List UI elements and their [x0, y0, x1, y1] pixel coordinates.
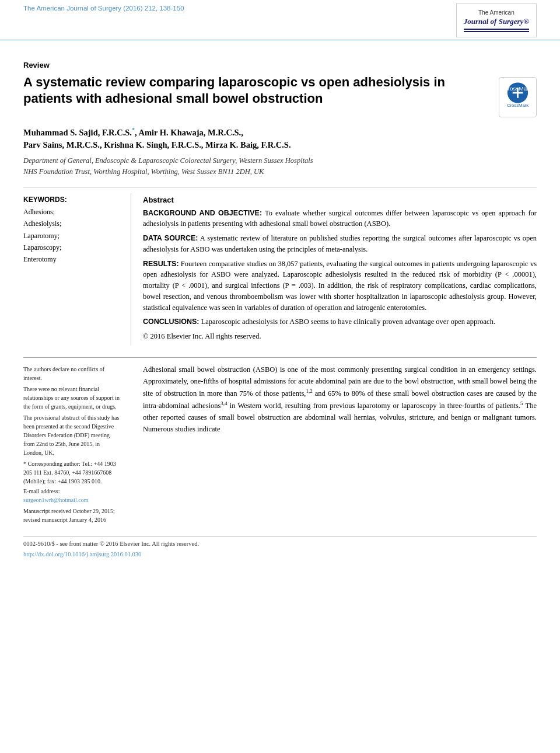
keywords-column: KEYWORDS: Adhesions; Adhesiolysis; Lapar…	[23, 193, 131, 346]
abstract-conclusions: CONCLUSIONS: Laparoscopic adhesiolysis f…	[143, 316, 537, 327]
svg-text:CrossMark: CrossMark	[507, 103, 528, 108]
footer-doi-link[interactable]: http://dx.doi.org/10.1016/j.amjsurg.2016…	[23, 551, 141, 557]
crossmark-logo[interactable]: CrossMark CrossMark	[499, 77, 537, 117]
keywords-title: KEYWORDS:	[23, 196, 120, 204]
abstract-title: Abstract	[143, 196, 537, 204]
background-label: BACKGROUND AND OBJECTIVE:	[143, 209, 262, 217]
divider-top	[23, 187, 537, 187]
keywords-abstract-section: KEYWORDS: Adhesions; Adhesiolysis; Lapar…	[23, 193, 537, 346]
footnote-financial: There were no relevant financial relatio…	[23, 385, 121, 411]
keyword-item: Laparotomy;	[23, 230, 120, 242]
footnote-conflict: The authors declare no conflicts of inte…	[23, 365, 121, 382]
keyword-item: Enterotomy	[23, 253, 120, 265]
review-label: Review	[23, 52, 537, 69]
footnote-provisional: The provisional abstract of this study h…	[23, 413, 121, 457]
main-content: Review A systematic review comparing lap…	[0, 40, 560, 576]
abstract-datasource: DATA SOURCE: A systematic review of lite…	[143, 233, 537, 255]
journal-logo-box: The American Journal of Surgery®	[456, 4, 537, 37]
top-header: The American Journal of Surgery (2016) 2…	[0, 0, 560, 40]
title-section: A systematic review comparing laparoscop…	[23, 74, 537, 117]
article-title: A systematic review comparing laparoscop…	[23, 74, 487, 107]
body-paragraph-1: Adhesional small bowel obstruction (ASBO…	[143, 364, 537, 435]
crossmark-icon: CrossMark CrossMark	[502, 80, 534, 112]
journal-logo-underline2	[464, 31, 529, 32]
body-text-column: Adhesional small bowel obstruction (ASBO…	[131, 364, 537, 524]
datasource-label: DATA SOURCE:	[143, 234, 198, 242]
footer-issn: 0002-9610/$ - see front matter © 2016 El…	[23, 539, 537, 549]
page: The American Journal of Surgery (2016) 2…	[0, 0, 560, 753]
journal-citation: The American Journal of Surgery (2016) 2…	[23, 4, 184, 12]
conclusions-label: CONCLUSIONS:	[143, 318, 200, 326]
affiliation: Department of General, Endoscopic & Lapa…	[23, 155, 537, 177]
authors: Muhammad S. Sajid, F.R.C.S.*, Amir H. Kh…	[23, 126, 537, 152]
footnote-email: E-mail address: surgeon1wrh@hotmail.com	[23, 487, 121, 504]
journal-logo-underline	[464, 29, 529, 30]
footer-notes-section: The authors declare no conflicts of inte…	[23, 364, 537, 524]
abstract-column: Abstract BACKGROUND AND OBJECTIVE: To ev…	[131, 193, 537, 346]
abstract-copyright: © 2016 Elsevier Inc. All rights reserved…	[143, 331, 537, 342]
abstract-background: BACKGROUND AND OBJECTIVE: To evaluate wh…	[143, 208, 537, 230]
journal-logo-top: The American Journal of Surgery®	[464, 9, 529, 27]
footnotes-column: The authors declare no conflicts of inte…	[23, 364, 131, 524]
footnote-manuscript: Manuscript received October 29, 2015; re…	[23, 507, 121, 524]
abstract-results: RESULTS: Fourteen comparative studies on…	[143, 259, 537, 313]
results-label: RESULTS:	[143, 260, 179, 268]
footnote-corresponding: * Corresponding author: Tel.: +44 1903 2…	[23, 459, 121, 486]
email-link[interactable]: surgeon1wrh@hotmail.com	[23, 497, 89, 503]
keyword-item: Laparoscopy;	[23, 242, 120, 253]
divider-middle	[23, 357, 537, 358]
keyword-item: Adhesions;	[23, 206, 120, 218]
keywords-list: Adhesions; Adhesiolysis; Laparotomy; Lap…	[23, 206, 120, 266]
keyword-item: Adhesiolysis;	[23, 218, 120, 229]
page-footer: 0002-9610/$ - see front matter © 2016 El…	[23, 536, 537, 559]
